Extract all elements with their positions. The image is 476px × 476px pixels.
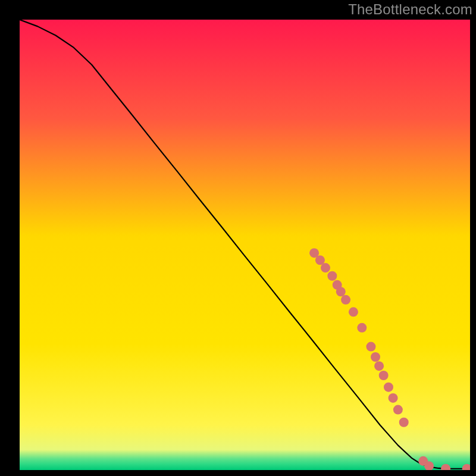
data-point [384, 383, 393, 392]
plot-area [20, 20, 470, 470]
data-point [357, 323, 367, 333]
data-point [393, 405, 403, 415]
watermark-text: TheBottleneck.com [0, 0, 476, 18]
data-point [366, 342, 375, 352]
data-point [321, 263, 330, 273]
chart-stage: TheBottleneck.com [0, 0, 476, 476]
data-point [379, 371, 389, 380]
data-point [327, 271, 337, 281]
data-point [371, 352, 380, 362]
data-point [341, 295, 350, 305]
data-point [349, 307, 358, 317]
gradient-background [20, 20, 470, 470]
data-point [389, 393, 398, 403]
data-point [374, 361, 384, 371]
data-point [336, 287, 346, 296]
chart-svg [20, 20, 470, 470]
data-point [399, 418, 409, 427]
data-point [315, 255, 325, 265]
